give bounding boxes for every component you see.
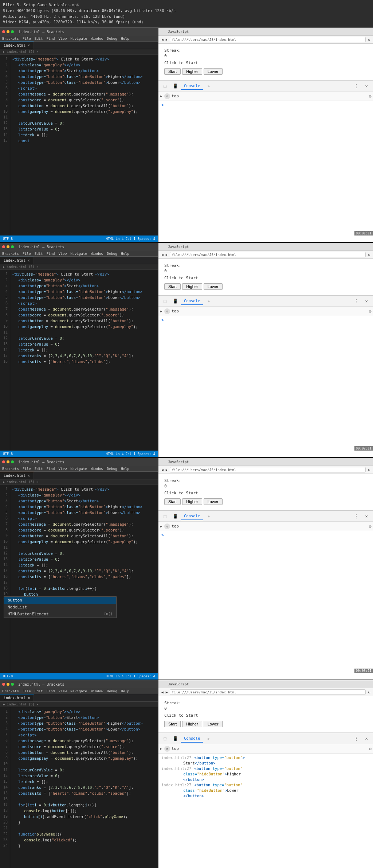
no-entry-icon-2[interactable]: ⊘ (164, 308, 170, 314)
start-button-4[interactable]: Start (164, 721, 181, 727)
devtools-menu-icon-3[interactable]: ⋮ (352, 512, 361, 521)
console-tab-2[interactable]: Console (181, 297, 203, 305)
menu-window-3[interactable]: Window (91, 467, 103, 471)
no-entry-icon-4[interactable]: ⊘ (164, 746, 170, 752)
menu-file-4[interactable]: File (23, 689, 31, 693)
autocomplete-item-htmlbutton[interactable]: HTMLButtonElement fn() (4, 611, 116, 618)
minimize-dot-2[interactable] (7, 245, 9, 248)
menu-help-4[interactable]: Help (121, 689, 129, 693)
console-input-1[interactable]: top (172, 94, 368, 98)
devtools-close-icon-2[interactable]: ✕ (362, 297, 371, 305)
minimize-dot[interactable] (7, 30, 9, 33)
menu-brackets-2[interactable]: Brackets (2, 252, 19, 256)
menu-navigate-4[interactable]: Navigate (70, 689, 87, 693)
maximize-dot-4[interactable] (11, 683, 14, 686)
menu-window-4[interactable]: Window (91, 689, 103, 693)
more-tabs-icon[interactable]: » (204, 82, 212, 90)
close-dot-4[interactable] (2, 683, 5, 686)
url-input-4[interactable]: file:///Users/mac/JS/index.html (170, 689, 366, 695)
start-button-1[interactable]: Start (164, 68, 181, 75)
device-icon-3[interactable]: 📱 (171, 512, 180, 521)
higher-button-4[interactable]: Higher (182, 721, 202, 727)
lower-button-1[interactable]: Lower (204, 68, 223, 75)
inspect-icon[interactable]: ⬚ (161, 82, 169, 90)
higher-button-3[interactable]: Higher (182, 498, 202, 505)
menu-view[interactable]: View (58, 36, 67, 40)
autocomplete-item-button[interactable]: button (4, 597, 116, 604)
devtools-menu-icon-2[interactable]: ⋮ (352, 297, 361, 305)
tab-index-html-4[interactable]: index.html × (0, 694, 34, 701)
console-input-3[interactable]: top (172, 524, 368, 529)
autocomplete-item-nodelist[interactable]: NodeList (4, 604, 116, 611)
maximize-dot[interactable] (11, 30, 14, 33)
code-area-1[interactable]: <div class="message"> Click to Start </d… (10, 55, 158, 236)
menu-find-4[interactable]: Find (47, 689, 55, 693)
inspect-icon-4[interactable]: ⬚ (161, 734, 169, 743)
devtools-close-icon[interactable]: ✕ (362, 82, 371, 90)
console-gear-icon-3[interactable]: ⚙ (369, 524, 372, 529)
minimize-dot-3[interactable] (7, 460, 9, 463)
close-dot-3[interactable] (2, 460, 5, 463)
menu-navigate-3[interactable]: Navigate (70, 467, 87, 471)
menu-edit[interactable]: Edit (35, 36, 43, 40)
device-icon-4[interactable]: 📱 (171, 734, 180, 743)
lower-button-3[interactable]: Lower (204, 498, 223, 505)
menu-window[interactable]: Window (91, 36, 103, 40)
maximize-dot-2[interactable] (11, 245, 14, 248)
devtools-menu-icon-4[interactable]: ⋮ (352, 734, 361, 743)
menu-window-2[interactable]: Window (91, 252, 103, 256)
console-tab-4[interactable]: Console (181, 735, 203, 743)
inspect-icon-2[interactable]: ⬚ (161, 297, 169, 305)
refresh-icon[interactable]: ↻ (368, 38, 370, 42)
console-tab-1[interactable]: Console (181, 82, 203, 90)
menu-find-3[interactable]: Find (47, 467, 55, 471)
close-dot-2[interactable] (2, 245, 5, 248)
menu-view-2[interactable]: View (58, 252, 67, 256)
higher-button-2[interactable]: Higher (182, 283, 202, 290)
higher-button-1[interactable]: Higher (182, 68, 202, 75)
menu-edit-2[interactable]: Edit (35, 252, 43, 256)
devtools-close-icon-3[interactable]: ✕ (362, 512, 371, 521)
menu-brackets[interactable]: Brackets (2, 36, 19, 40)
start-button-2[interactable]: Start (164, 283, 181, 290)
forward-icon-3[interactable]: ▶ (166, 468, 168, 472)
maximize-dot-3[interactable] (11, 460, 14, 463)
tab-index-html-2[interactable]: index.html × (0, 257, 34, 264)
menu-help-2[interactable]: Help (121, 252, 129, 256)
lower-button-4[interactable]: Lower (204, 721, 223, 727)
forward-icon[interactable]: ▶ (166, 38, 168, 42)
menu-edit-3[interactable]: Edit (35, 467, 43, 471)
more-tabs-4[interactable]: » (204, 735, 212, 742)
tab-index-html-3[interactable]: index.html × (0, 472, 34, 479)
menu-navigate-2[interactable]: Navigate (70, 252, 87, 256)
refresh-icon-2[interactable]: ↻ (368, 253, 370, 257)
back-icon-4[interactable]: ◀ (161, 690, 164, 694)
menu-debug-4[interactable]: Debug (107, 689, 117, 693)
forward-icon-4[interactable]: ▶ (166, 690, 168, 694)
menu-view-3[interactable]: View (58, 467, 67, 471)
tab-index-html[interactable]: index.html × (0, 42, 34, 49)
more-tabs-3[interactable]: » (204, 513, 212, 520)
url-input-1[interactable]: file:///Users/mac/JS/index.html (170, 37, 366, 42)
close-dot[interactable] (2, 30, 5, 33)
device-icon[interactable]: 📱 (171, 82, 180, 90)
code-area-2[interactable]: <div class="message"> Click to Start </d… (10, 270, 158, 451)
console-gear-icon-2[interactable]: ⚙ (369, 309, 372, 314)
devtools-close-icon-4[interactable]: ✕ (362, 734, 371, 743)
autocomplete-popup[interactable]: button NodeList HTMLButtonElement fn() (4, 596, 117, 618)
menu-find[interactable]: Find (47, 36, 55, 40)
back-icon[interactable]: ◀ (161, 38, 164, 42)
devtools-menu-icon[interactable]: ⋮ (352, 82, 361, 90)
menu-brackets-3[interactable]: Brackets (2, 467, 19, 471)
code-area-4[interactable]: <div class="gameplay"></div> <button typ… (10, 707, 158, 868)
back-icon-2[interactable]: ◀ (161, 253, 164, 257)
menu-help-3[interactable]: Help (121, 467, 129, 471)
console-tab-3[interactable]: Console (181, 512, 203, 520)
more-tabs-2[interactable]: » (204, 297, 212, 305)
console-input-2[interactable]: top (172, 309, 368, 314)
menu-brackets-4[interactable]: Brackets (2, 689, 19, 693)
lower-button-2[interactable]: Lower (204, 283, 223, 290)
menu-file-3[interactable]: File (23, 467, 31, 471)
menu-view-4[interactable]: View (58, 689, 67, 693)
url-input-3[interactable]: file:///Users/mac/JS/index.html (170, 467, 366, 472)
